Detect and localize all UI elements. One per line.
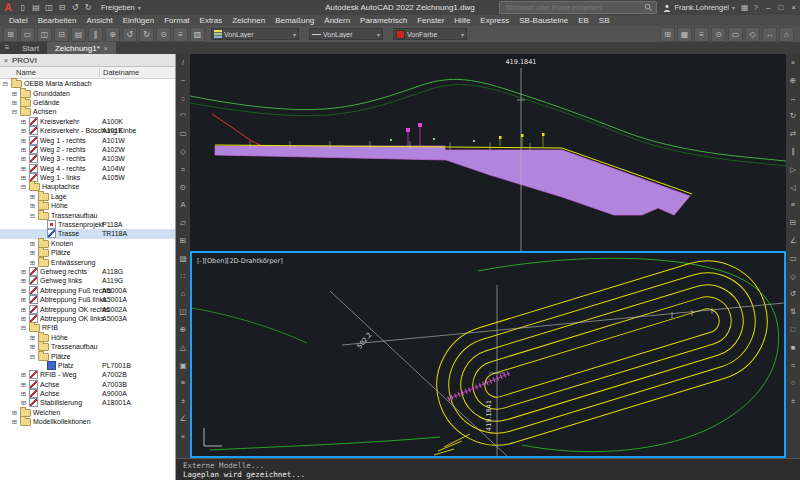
tree-row[interactable]: ⊟ Achsen (0, 107, 175, 116)
tree-expander[interactable]: ⊞ (20, 126, 27, 135)
redo-icon[interactable]: ↻ (83, 1, 93, 15)
tree-row[interactable]: ⊞ Kreisverkehr A100K (0, 117, 175, 126)
toolbar-icon[interactable]: ↔ (762, 27, 777, 42)
maximize-button[interactable]: □ (778, 1, 783, 15)
draw-tool-icon[interactable]: ◠ (180, 107, 187, 125)
tree-expander[interactable]: ⊞ (29, 239, 36, 248)
toolbar-icon[interactable]: ⊟ (54, 27, 69, 42)
tree-expander[interactable]: ⊞ (20, 145, 27, 154)
new-file-icon[interactable]: ▯ (18, 1, 28, 15)
apps-icon[interactable]: ▦ (741, 3, 749, 12)
tree-row[interactable]: ⊞ Weg 4 - rechts A104W (0, 164, 175, 173)
modify-tool-icon[interactable]: ≡ (791, 196, 795, 214)
toolbar-icon[interactable]: ⊞ (3, 27, 18, 42)
tree-expander[interactable]: ⊞ (20, 173, 27, 182)
draw-tool-icon[interactable]: ~ (181, 72, 185, 90)
tree-expander[interactable]: ⊟ (20, 182, 27, 191)
tree-row[interactable]: ⊞ Modellkollektionen (0, 417, 175, 426)
save-icon[interactable]: ◫ (44, 1, 54, 15)
draw-tool-icon[interactable]: ○ (181, 90, 186, 108)
draw-tool-icon[interactable]: ⊙ (180, 179, 186, 197)
tree-row[interactable]: ⊞ Kreisverkehr - Böschung Einbe A101K (0, 126, 175, 135)
tree-expander[interactable]: ⊞ (20, 154, 27, 163)
menu-item[interactable]: SB-Bausteine (514, 16, 573, 25)
toolbar-icon[interactable]: ≡ (694, 27, 709, 42)
tree-row[interactable]: ⊞ Lage (0, 192, 175, 201)
toolbar-icon[interactable]: ∥ (88, 27, 103, 42)
tree-row[interactable]: ⊞ Höhe (0, 333, 175, 342)
command-line[interactable]: Externe Modelle... Lageplan wird gezeich… (176, 458, 800, 480)
chevron-down-icon[interactable]: ▾ (138, 4, 141, 11)
menu-item[interactable]: SB (594, 16, 615, 25)
tree-expander[interactable]: ⊞ (29, 342, 36, 351)
tree-row[interactable]: ⊞ Stabilisierung A18001A (0, 398, 175, 407)
tree-expander[interactable]: ⊞ (11, 98, 18, 107)
tree-row[interactable]: ⊞ Gehweg rechts A118G (0, 267, 175, 276)
tree-row[interactable]: ⊞ Plätze (0, 248, 175, 257)
draw-tool-icon[interactable]: ≈ (181, 161, 185, 179)
tree-row[interactable]: ⊟ Hauptachse (0, 182, 175, 191)
chevron-down-icon[interactable]: ▾ (293, 31, 296, 38)
tree-expander[interactable]: ⊞ (20, 267, 27, 276)
search-box[interactable] (499, 1, 657, 14)
tree-expander[interactable]: ⊞ (11, 89, 18, 98)
tree-expander[interactable]: ⊞ (20, 164, 27, 173)
tree-row[interactable]: ⊞ Gelände (0, 98, 175, 107)
tree-expander[interactable]: ⊞ (20, 117, 27, 126)
tree-expander[interactable]: ⊞ (29, 192, 36, 201)
color-combo[interactable]: VonFarbe ▾ (393, 28, 467, 40)
tree-expander[interactable]: ⊞ (29, 201, 36, 210)
tree-expander[interactable]: ⊟ (29, 211, 36, 220)
tree-expander[interactable]: ⊞ (20, 295, 27, 304)
close-icon[interactable]: × (0, 57, 12, 64)
hamburger-icon[interactable]: ≡ (0, 42, 14, 54)
search-input[interactable] (503, 3, 644, 12)
open-folder-icon[interactable]: ▤ (31, 1, 41, 15)
tree-expander[interactable]: ⊞ (20, 276, 27, 285)
tree-row[interactable]: ⊟ RFIB (0, 323, 175, 332)
tree-row[interactable]: ⊞ Weg 1 - rechts A101W (0, 135, 175, 144)
linetype-combo[interactable]: VonLayer ▾ (309, 28, 383, 40)
tree-row[interactable]: ⊞ Achse A9000A (0, 389, 175, 398)
tree-row[interactable]: ⊟ OEBB Maria Ansbach (0, 79, 175, 88)
modify-tool-icon[interactable]: ▷ (790, 161, 796, 179)
tab-zeichnung1[interactable]: Zeichnung1* × (47, 42, 116, 54)
tree-expander[interactable]: ⊞ (29, 248, 36, 257)
toolbar-icon[interactable]: ▧ (190, 27, 205, 42)
toolbar-icon[interactable]: ⊕ (105, 27, 120, 42)
tree-row[interactable]: ⊟ Trassenaufbau (0, 210, 175, 219)
toolbar-icon[interactable]: ⊙ (711, 27, 726, 42)
viewport-control-label[interactable]: [-][Oben][2D-Drahtkörper] (197, 257, 283, 265)
help-icon[interactable]: ? (754, 3, 758, 12)
draw-tool-icon[interactable]: ◇ (180, 143, 186, 161)
tree-row[interactable]: ⊞ RFIB - Weg A7002B (0, 370, 175, 379)
minimize-button[interactable]: – (766, 1, 770, 15)
menu-item[interactable]: Hilfe (449, 16, 475, 25)
toolbar-icon[interactable]: ↺ (122, 27, 137, 42)
toolbar-icon[interactable]: ▭ (728, 27, 743, 42)
tree-row[interactable]: ⊞ Weg 3 - rechts A103W (0, 154, 175, 163)
user-account[interactable]: Frank.Lohrengel ▾ (663, 3, 735, 12)
menu-item[interactable]: Fenster (412, 16, 449, 25)
modify-tool-icon[interactable]: ↺ (790, 285, 796, 303)
tree-row[interactable]: ⊟ Plätze (0, 351, 175, 360)
draw-tool-icon[interactable]: ≡ (181, 374, 185, 392)
toolbar-icon[interactable]: ▭ (20, 27, 35, 42)
toolbar-icon[interactable]: ◫ (37, 27, 52, 42)
tree-expander[interactable]: ⊞ (20, 314, 27, 323)
menu-item[interactable]: Ändern (319, 16, 355, 25)
modify-tool-icon[interactable]: ■ (791, 339, 796, 357)
layer-combo[interactable]: VonLayer ▾ (211, 28, 299, 40)
viewport-top[interactable]: 419.1841 (190, 54, 786, 251)
draw-tool-icon[interactable]: ∠ (180, 410, 187, 428)
undo-icon[interactable]: ↺ (70, 1, 80, 15)
tree-row[interactable]: ⊞ Trassenaufbau (0, 342, 175, 351)
modify-tool-icon[interactable]: ≈ (791, 357, 795, 375)
modify-tool-icon[interactable]: □ (791, 321, 796, 339)
menu-item[interactable]: Express (475, 16, 514, 25)
tree-expander[interactable]: ⊞ (20, 389, 27, 398)
tree-row[interactable]: ⊞ Weg 2 - rechts A102W (0, 145, 175, 154)
menu-item[interactable]: Datei (4, 16, 33, 25)
modify-tool-icon[interactable]: ∥ (791, 143, 795, 161)
tree-row[interactable]: ⊞ Grunddaten (0, 88, 175, 97)
